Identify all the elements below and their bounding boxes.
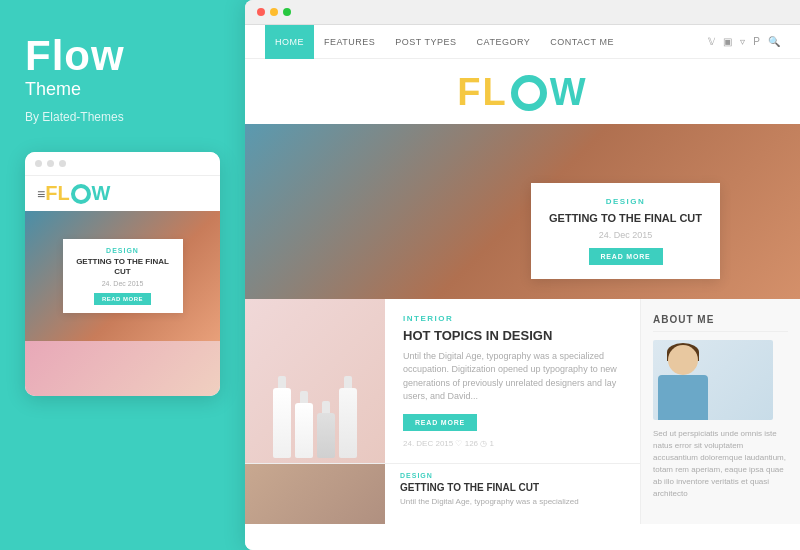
post-2-title: GETTING TO THE FINAL CUT — [400, 482, 579, 493]
post-2-content: DESIGN GETTING TO THE FINAL CUT Until th… — [385, 464, 594, 524]
brand-title: Flow — [25, 35, 125, 77]
browser-dot-green — [283, 8, 291, 16]
content-grid: INTERIOR HOT TOPICS IN DESIGN Until the … — [245, 299, 800, 524]
nav-features[interactable]: FEATURES — [314, 25, 385, 59]
mobile-menu-icon: ≡ — [37, 186, 45, 202]
mobile-logo-bar: ≡ FLW — [25, 176, 220, 211]
search-icon[interactable]: 🔍 — [768, 36, 780, 47]
nav-instagram-icon[interactable]: ▣ — [723, 36, 732, 47]
hero-read-more-button[interactable]: READ MORE — [589, 248, 663, 265]
sidebar-about-title: ABOUT ME — [653, 314, 788, 332]
avatar-head — [668, 345, 698, 375]
mobile-preview: ≡ FLW DESIGN GETTING TO THE FINAL CUT 24… — [25, 152, 220, 396]
bottle-neck-4 — [344, 376, 352, 388]
nav-pinterest-icon[interactable]: P — [753, 36, 760, 47]
nav-social-icons: 𝕍 ▣ ▿ P 🔍 — [708, 36, 780, 47]
mobile-hero: DESIGN GETTING TO THE FINAL CUT 24. Dec … — [25, 211, 220, 341]
bottle-3 — [317, 401, 335, 458]
browser-dot-yellow — [270, 8, 278, 16]
mobile-card-date: 24. Dec 2015 — [73, 280, 173, 287]
bottles-image — [245, 299, 385, 463]
post-1-title: HOT TOPICS IN DESIGN — [403, 328, 622, 344]
hero-section: DESIGN GETTING TO THE FINAL CUT 24. Dec … — [245, 124, 800, 299]
site-navigation: HOME FEATURES POST TYPES CATEGORY CONTAC… — [245, 25, 800, 59]
sidebar: ABOUT ME Sed ut perspiciatis unde omnis … — [640, 299, 800, 524]
brand-by: By Elated-Themes — [25, 110, 124, 124]
mobile-logo: FLW — [45, 182, 110, 205]
nav-facebook-icon[interactable]: ▿ — [740, 36, 745, 47]
bottle-body-4 — [339, 388, 357, 458]
bottle-neck-3 — [322, 401, 330, 413]
post-featured-image — [245, 299, 385, 463]
mobile-read-more-button[interactable]: READ MORE — [94, 293, 151, 305]
sidebar-bio: Sed ut perspiciatis unde omnis iste natu… — [653, 428, 788, 500]
bottle-1 — [273, 376, 291, 458]
website-content: HOME FEATURES POST TYPES CATEGORY CONTAC… — [245, 25, 800, 550]
site-logo-o — [510, 74, 548, 112]
post-1-excerpt: Until the Digital Age, typography was a … — [403, 350, 622, 404]
hero-card-category: DESIGN — [549, 197, 702, 206]
browser-bar — [245, 0, 800, 25]
post-row-2: DESIGN GETTING TO THE FINAL CUT Until th… — [245, 463, 640, 524]
nav-post-types[interactable]: POST TYPES — [385, 25, 466, 59]
mobile-dot-3 — [59, 160, 66, 167]
mobile-logo-w: W — [92, 182, 111, 205]
mobile-card-title: GETTING TO THE FINAL CUT — [73, 257, 173, 276]
bottle-neck-1 — [278, 376, 286, 388]
hero-card: DESIGN GETTING TO THE FINAL CUT 24. Dec … — [531, 183, 720, 279]
mobile-logo-fl: FL — [45, 182, 69, 205]
post-1-read-more-button[interactable]: READ MORE — [403, 414, 477, 431]
left-panel: Flow Theme By Elated-Themes ≡ FLW DESIGN… — [0, 0, 245, 550]
nav-contact[interactable]: CONTACT ME — [540, 25, 624, 59]
site-logo-fl: FL — [457, 71, 507, 114]
sidebar-avatar — [653, 340, 773, 420]
mobile-browser-bar — [25, 152, 220, 176]
mobile-dot-1 — [35, 160, 42, 167]
mobile-bottom-image — [25, 341, 220, 396]
nav-links: HOME FEATURES POST TYPES CATEGORY CONTAC… — [265, 25, 624, 59]
post-row-1: INTERIOR HOT TOPICS IN DESIGN Until the … — [245, 299, 640, 463]
post-2-category: DESIGN — [400, 472, 579, 479]
nav-home[interactable]: HOME — [265, 25, 314, 59]
bottle-neck-2 — [300, 391, 308, 403]
main-content: INTERIOR HOT TOPICS IN DESIGN Until the … — [245, 299, 640, 524]
mobile-dot-2 — [47, 160, 54, 167]
site-logo-ring — [511, 75, 547, 111]
site-logo-w: W — [550, 71, 588, 114]
post-1-meta: 24. DEC 2015 ♡ 126 ◷ 1 — [403, 439, 622, 448]
browser-dot-red — [257, 8, 265, 16]
post-2-excerpt: Until the Digital Age, typography was a … — [400, 496, 579, 507]
bottle-body-2 — [295, 403, 313, 458]
site-logo-area: FL W — [245, 59, 800, 124]
desktop-preview: HOME FEATURES POST TYPES CATEGORY CONTAC… — [245, 0, 800, 550]
brand-subtitle: Theme — [25, 79, 81, 100]
nav-twitter-icon[interactable]: 𝕍 — [708, 36, 715, 47]
mobile-card-category: DESIGN — [73, 247, 173, 254]
bottle-body-1 — [273, 388, 291, 458]
hero-card-date: 24. Dec 2015 — [549, 230, 702, 240]
post-1-category: INTERIOR — [403, 314, 622, 323]
mobile-logo-o — [71, 184, 91, 204]
post-1-content: INTERIOR HOT TOPICS IN DESIGN Until the … — [385, 299, 640, 463]
bottle-4 — [339, 376, 357, 458]
bottle-body-3 — [317, 413, 335, 458]
site-logo: FL W — [457, 71, 587, 114]
avatar-body — [658, 375, 708, 420]
bottle-2 — [295, 391, 313, 458]
nav-category[interactable]: CATEGORY — [467, 25, 541, 59]
post-2-image — [245, 464, 385, 524]
hero-card-title: GETTING TO THE FINAL CUT — [549, 211, 702, 225]
mobile-hero-card: DESIGN GETTING TO THE FINAL CUT 24. Dec … — [63, 239, 183, 312]
